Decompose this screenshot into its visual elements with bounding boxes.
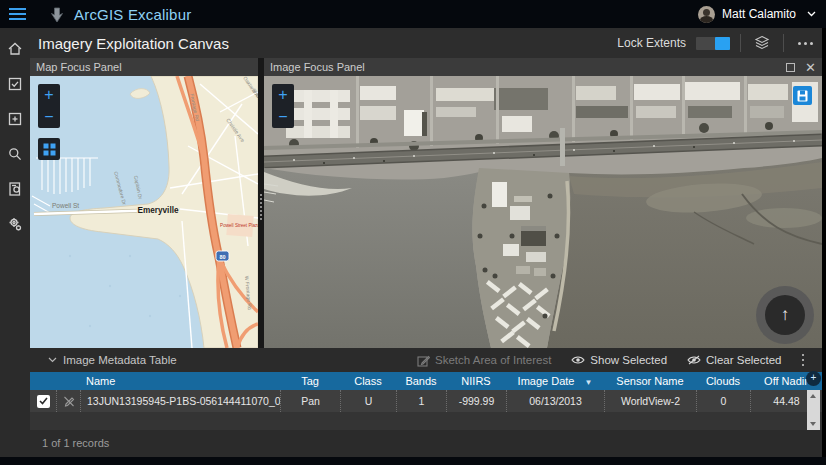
report-icon: [7, 181, 23, 197]
map-focus-panel: Map Focus Panel: [30, 58, 258, 348]
chevron-down-icon: [48, 357, 57, 363]
scroll-down-icon[interactable]: [810, 422, 816, 426]
interstate-80-shield: 80: [216, 251, 229, 261]
no-edit-icon: [63, 395, 75, 407]
app-footer: [0, 457, 826, 465]
sidebar-item-search[interactable]: [4, 143, 26, 165]
zoom-in-button[interactable]: +: [38, 84, 60, 106]
column-header-niirs[interactable]: NIIRS: [446, 375, 506, 387]
sidebar: [0, 28, 30, 457]
image-panel-title: Image Focus Panel: [270, 61, 365, 73]
save-image-icon: [797, 90, 808, 102]
zoom-out-button[interactable]: −: [38, 106, 60, 128]
column-header-sensor-name[interactable]: Sensor Name: [604, 375, 696, 387]
column-header-class[interactable]: Class: [340, 375, 396, 387]
clear-selected-button[interactable]: Clear Selected: [687, 354, 781, 366]
chevron-down-icon[interactable]: [807, 11, 816, 17]
sidebar-item-projects[interactable]: [4, 73, 26, 95]
column-header-clouds[interactable]: Clouds: [696, 375, 750, 387]
cell-clouds: 0: [696, 390, 750, 412]
layers-icon: [754, 35, 770, 51]
map-label-plaza: Powell Street Plaza: [220, 223, 258, 228]
table-scrollbar[interactable]: [807, 390, 820, 430]
table-row[interactable]: 13JUN13195945-P1BS-056144411070_01_P001 …: [30, 390, 822, 412]
excalibur-logo-icon: [48, 5, 66, 23]
aerial-image: [264, 76, 822, 348]
avatar[interactable]: [698, 6, 715, 23]
user-name[interactable]: Matt Calamito: [722, 7, 796, 21]
app-title: ArcGIS Excalibur: [74, 6, 191, 23]
sidebar-item-create[interactable]: [4, 108, 26, 130]
checkbox-check-icon: [7, 76, 23, 92]
table-options-button[interactable]: [802, 354, 805, 367]
cell-tag: Pan: [280, 390, 340, 412]
grid-icon: [43, 143, 56, 156]
column-header-tag[interactable]: Tag: [280, 375, 340, 387]
cell-sensor-name: WorldView-2: [604, 390, 696, 412]
home-icon: [7, 41, 23, 57]
image-focus-panel: Image Focus Panel ✕: [264, 58, 822, 348]
cell-class: U: [340, 390, 396, 412]
table-title: Image Metadata Table: [63, 354, 177, 366]
table-header-row: Name Tag Class Bands NIIRS Image Date▼ S…: [30, 372, 822, 390]
search-icon: [7, 146, 23, 162]
sketch-aoi-button[interactable]: Sketch Area of Interest: [417, 354, 551, 367]
scroll-up-icon[interactable]: [810, 394, 816, 398]
show-selected-button[interactable]: Show Selected: [571, 354, 667, 366]
table-collapse-toggle[interactable]: Image Metadata Table: [48, 354, 177, 366]
divider: [740, 34, 741, 52]
map-view[interactable]: 80 Powell St Emeryville Commodore Dr Cap…: [30, 76, 258, 348]
divider: [783, 34, 784, 52]
eye-icon: [571, 355, 585, 365]
map-panel-header[interactable]: Map Focus Panel: [30, 58, 258, 76]
eye-off-icon: [687, 355, 701, 365]
column-header-bands[interactable]: Bands: [396, 375, 446, 387]
zoom-out-button[interactable]: −: [272, 106, 294, 128]
image-panel-header[interactable]: Image Focus Panel ✕: [264, 58, 822, 76]
page-toolbar: Imagery Exploitation Canvas Lock Extents: [30, 28, 822, 58]
map-zoom-control: + −: [38, 84, 60, 128]
panel-splitter[interactable]: [258, 58, 264, 348]
table-body-empty: [30, 412, 822, 430]
sidebar-item-home[interactable]: [4, 38, 26, 60]
sidebar-item-reports[interactable]: [4, 178, 26, 200]
image-zoom-control: + −: [272, 84, 294, 128]
table-status-bar: 1 of 1 records: [30, 430, 822, 456]
app-header: ArcGIS Excalibur Matt Calamito: [0, 0, 826, 28]
zoom-in-button[interactable]: +: [272, 84, 294, 106]
ellipsis-icon: [798, 42, 813, 45]
column-header-image-date[interactable]: Image Date▼: [506, 375, 604, 387]
table-settings-button[interactable]: +: [806, 371, 821, 386]
sketch-icon: [417, 354, 430, 367]
street-map: 80 Powell St Emeryville Commodore Dr Cap…: [30, 76, 258, 348]
maximize-icon[interactable]: [786, 63, 795, 72]
square-plus-icon: [7, 111, 23, 127]
lock-extents-label: Lock Extents: [617, 36, 686, 50]
image-tool-button[interactable]: [793, 86, 812, 105]
image-view[interactable]: + − ↑: [264, 76, 822, 348]
scroll-to-table-button[interactable]: ↑: [756, 286, 814, 344]
cell-niirs: -999.99: [446, 390, 506, 412]
column-header-name[interactable]: Name: [80, 375, 280, 387]
map-label-city: Emeryville: [138, 206, 179, 215]
basemap-grid-button[interactable]: [38, 138, 60, 160]
gears-icon: [7, 216, 23, 232]
row-checkbox[interactable]: [37, 395, 50, 408]
drag-handle-icon: [260, 194, 262, 220]
sidebar-item-settings[interactable]: [4, 213, 26, 235]
lock-extents-toggle[interactable]: [696, 37, 730, 50]
menu-icon[interactable]: [9, 8, 26, 20]
close-icon[interactable]: ✕: [805, 61, 816, 74]
layers-button[interactable]: [751, 33, 773, 53]
cell-bands: 1: [396, 390, 446, 412]
arrow-up-icon: ↑: [781, 305, 790, 325]
image-metadata-table-section: Image Metadata Table Sketch Area of Inte…: [30, 348, 822, 457]
map-label-powell-st: Powell St: [52, 202, 79, 209]
table-toolbar: Image Metadata Table Sketch Area of Inte…: [30, 348, 822, 372]
record-count: 1 of 1 records: [42, 437, 109, 449]
page-title: Imagery Exploitation Canvas: [38, 35, 229, 52]
sort-desc-icon: ▼: [584, 378, 592, 387]
svg-text:80: 80: [219, 254, 225, 260]
more-options-button[interactable]: [794, 33, 816, 53]
cell-name: 13JUN13195945-P1BS-056144411070_01_P001: [80, 390, 280, 412]
